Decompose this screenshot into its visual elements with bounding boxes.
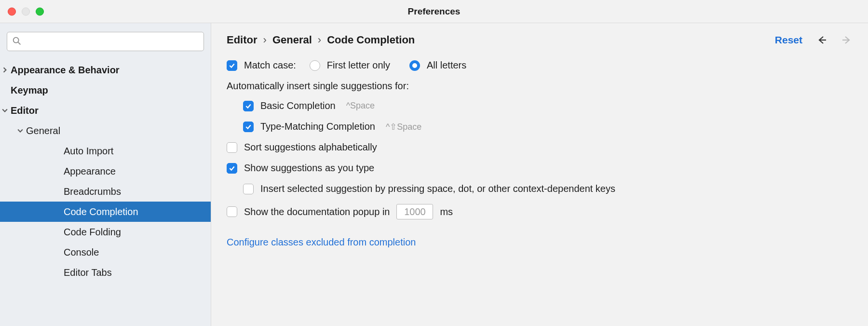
- show-as-type-label: Show suggestions as you type: [244, 163, 374, 174]
- first-letter-radio[interactable]: [310, 60, 320, 71]
- breadcrumb-separator: ›: [263, 34, 267, 46]
- window-controls: [8, 7, 44, 15]
- header-actions: Reset: [775, 34, 853, 46]
- type-matching-shortcut: ^⇧Space: [386, 122, 421, 132]
- match-case-radio-group: First letter only All letters: [310, 60, 466, 71]
- sidebar-item-label: Editor: [11, 105, 39, 116]
- sort-alpha-checkbox[interactable]: [227, 142, 237, 153]
- breadcrumb-part: Code Completion: [327, 34, 415, 46]
- sidebar-item-keymap[interactable]: Keymap: [0, 80, 211, 100]
- sidebar-item-appearance-behavior[interactable]: Appearance & Behavior: [0, 60, 211, 80]
- configure-excluded-link[interactable]: Configure classes excluded from completi…: [227, 237, 853, 248]
- doc-popup-checkbox[interactable]: [227, 206, 237, 217]
- show-as-type-checkbox[interactable]: [227, 163, 237, 174]
- sidebar-item-label: Code Completion: [64, 206, 138, 217]
- search-wrap: [0, 32, 211, 60]
- sidebar-item-general[interactable]: General: [0, 121, 211, 141]
- titlebar: Preferences: [0, 0, 868, 23]
- sidebar-item-label: Editor Tabs: [64, 267, 112, 278]
- insert-by-keys-label: Insert selected suggestion by pressing s…: [260, 183, 615, 194]
- basic-completion-checkbox[interactable]: [243, 101, 254, 111]
- sidebar-item-label: Keymap: [11, 85, 48, 96]
- chevron-down-icon[interactable]: [14, 128, 26, 134]
- sidebar-item-editor[interactable]: Editor: [0, 100, 211, 121]
- basic-completion-label: Basic Completion: [260, 100, 336, 111]
- doc-popup-suffix: ms: [440, 206, 453, 217]
- nav-forward-button: [841, 34, 853, 46]
- sidebar-item-label: Appearance & Behavior: [11, 65, 120, 76]
- breadcrumb: Editor › General › Code Completion: [227, 34, 775, 46]
- doc-popup-delay-input[interactable]: [396, 204, 433, 219]
- type-matching-checkbox[interactable]: [243, 122, 254, 132]
- sidebar-item-breadcrumbs[interactable]: Breadcrumbs: [0, 181, 211, 202]
- content-header: Editor › General › Code Completion Reset: [227, 34, 853, 46]
- sidebar-item-label: Auto Import: [64, 146, 113, 157]
- match-case-checkbox[interactable]: [227, 60, 237, 71]
- chevron-down-icon[interactable]: [0, 108, 11, 113]
- first-letter-label: First letter only: [327, 60, 390, 71]
- doc-popup-row: Show the documentation popup in ms: [227, 204, 853, 219]
- sidebar-item-appearance[interactable]: Appearance: [0, 161, 211, 181]
- breadcrumb-part[interactable]: General: [272, 34, 312, 46]
- preferences-window: Preferences Appearance & BehaviorKeymapE…: [0, 0, 868, 326]
- all-letters-radio[interactable]: [409, 60, 420, 71]
- sidebar-item-code-folding[interactable]: Code Folding: [0, 222, 211, 242]
- sidebar-item-label: Breadcrumbs: [64, 186, 121, 197]
- sidebar-item-code-completion[interactable]: Code Completion: [0, 202, 211, 222]
- insert-by-keys-checkbox[interactable]: [243, 184, 254, 194]
- sidebar-item-label: Console: [64, 247, 99, 258]
- sidebar-item-label: General: [26, 125, 60, 136]
- match-case-row: Match case: First letter only All letter…: [227, 60, 853, 71]
- content-pane: Editor › General › Code Completion Reset: [211, 23, 868, 326]
- insert-by-keys-row: Insert selected suggestion by pressing s…: [227, 183, 853, 194]
- sidebar-item-editor-tabs[interactable]: Editor Tabs: [0, 262, 211, 283]
- sidebar: Appearance & BehaviorKeymapEditorGeneral…: [0, 23, 211, 326]
- basic-completion-shortcut: ^Space: [346, 101, 375, 111]
- chevron-right-icon[interactable]: [0, 67, 11, 73]
- window-title: Preferences: [408, 6, 461, 17]
- show-as-type-row: Show suggestions as you type: [227, 163, 853, 174]
- svg-point-0: [14, 38, 19, 43]
- type-matching-label: Type-Matching Completion: [260, 121, 375, 132]
- auto-insert-label: Automatically insert single suggestions …: [227, 81, 853, 92]
- sort-alpha-label: Sort suggestions alphabetically: [244, 142, 377, 153]
- doc-popup-prefix: Show the documentation popup in: [244, 206, 390, 217]
- type-matching-row: Type-Matching Completion ^⇧Space: [227, 121, 853, 132]
- body: Appearance & BehaviorKeymapEditorGeneral…: [0, 23, 868, 326]
- nav-back-button[interactable]: [816, 34, 827, 46]
- all-letters-label: All letters: [427, 60, 466, 71]
- breadcrumb-separator: ›: [318, 34, 321, 46]
- minimize-window-button[interactable]: [22, 7, 30, 15]
- match-case-label: Match case:: [244, 60, 296, 71]
- breadcrumb-part[interactable]: Editor: [227, 34, 258, 46]
- reset-button[interactable]: Reset: [775, 34, 802, 46]
- zoom-window-button[interactable]: [36, 7, 44, 15]
- sort-alpha-row: Sort suggestions alphabetically: [227, 142, 853, 153]
- sidebar-item-auto-import[interactable]: Auto Import: [0, 141, 211, 161]
- sidebar-item-label: Appearance: [64, 166, 116, 177]
- sidebar-item-label: Code Folding: [64, 227, 121, 238]
- close-window-button[interactable]: [8, 7, 16, 15]
- sidebar-item-console[interactable]: Console: [0, 242, 211, 262]
- sidebar-tree: Appearance & BehaviorKeymapEditorGeneral…: [0, 60, 211, 326]
- search-input[interactable]: [7, 32, 204, 51]
- basic-completion-row: Basic Completion ^Space: [227, 100, 853, 111]
- search-icon: [12, 36, 22, 49]
